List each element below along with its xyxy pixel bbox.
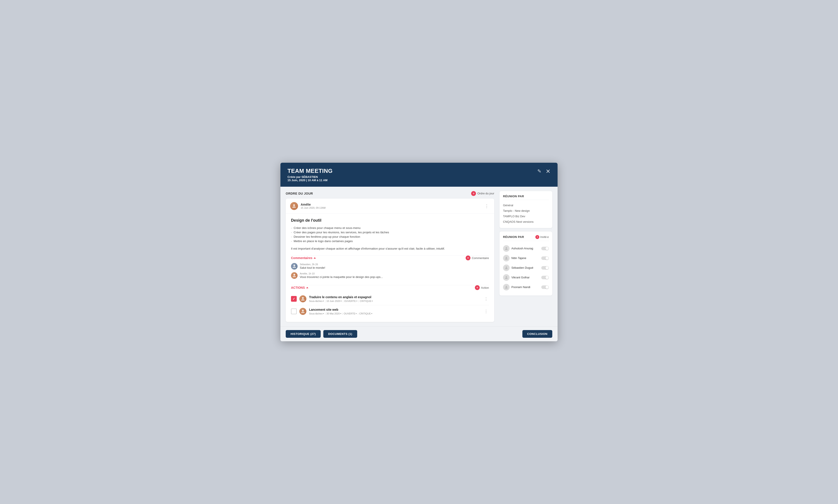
subtasks-chevron-2: ▾ xyxy=(323,312,324,315)
sidebar: RÉUNION PAR Général Tamplo - New design … xyxy=(499,191,552,322)
add-action-button[interactable]: + Action xyxy=(475,285,489,290)
comment-content-1: Sébastien, 3h 26 Salut tout le monde! xyxy=(300,263,325,269)
invite-plus-icon: + xyxy=(535,235,539,239)
meeting-date: 15 Juin, 2020 xyxy=(287,179,305,182)
header-actions: ✎ ✕ xyxy=(537,168,551,174)
action-avatar-2 xyxy=(299,308,306,315)
historique-button[interactable]: HISTORIQUE (27) xyxy=(286,330,321,338)
meeting-time: 10 AM à 11 AM xyxy=(308,179,327,182)
comments-header: Commentaires + Commentaire xyxy=(291,255,489,260)
action-status-btn-1[interactable]: OUVERTE ▾ xyxy=(344,300,357,302)
member-toggle-1[interactable] xyxy=(541,247,549,250)
modal-title: TEAM MEETING xyxy=(287,167,333,174)
actions-toggle-button[interactable]: ACTIONS xyxy=(291,286,308,289)
edit-button[interactable]: ✎ xyxy=(537,169,541,174)
member-row-5: Poonam Nandi xyxy=(503,282,549,292)
agenda-user: Amélie 15 Juin 2020, 09:13AM xyxy=(290,202,325,210)
agenda-section-header: ORDRE DU JOUR + Ordre du jour xyxy=(286,191,494,196)
member-row-3: Sébastien Dugué xyxy=(503,263,549,273)
member-avatar-2 xyxy=(503,255,510,262)
comment-content-2: Amélie, 1h 10 Vous trouverez ci-jointe l… xyxy=(300,272,383,278)
action-item-1: Traduire le contenu en anglais et espagn… xyxy=(291,293,489,305)
subtasks-chevron-1: ▾ xyxy=(323,300,324,302)
svg-point-6 xyxy=(506,257,507,258)
member-info-5: Poonam Nandi xyxy=(503,284,530,290)
member-avatar-1 xyxy=(503,245,510,252)
action-options-btn-1[interactable]: ⋮ xyxy=(483,296,489,302)
modal-footer: HISTORIQUE (27) DOCUMENTS (1) CONCLUSION xyxy=(281,326,557,341)
action-priority-btn-1[interactable]: CRITIQUE ▾ xyxy=(360,300,373,302)
agenda-user-info: Amélie 15 Juin 2020, 09:13AM xyxy=(301,203,325,209)
modal-body: ORDRE DU JOUR + Ordre du jour xyxy=(281,187,557,326)
footer-left: HISTORIQUE (27) DOCUMENTS (1) xyxy=(286,330,357,338)
member-name-1: Ashutosh Anurag xyxy=(511,247,533,250)
agenda-card-header: Amélie 15 Juin 2020, 09:13AM ⋮ xyxy=(286,199,494,214)
reunion-item-3[interactable]: TAMPLO Biz Dev xyxy=(503,214,549,219)
add-comment-label: Commentaire xyxy=(472,256,489,260)
member-avatar-3 xyxy=(503,265,510,271)
member-toggle-2[interactable] xyxy=(541,256,549,260)
action-subtasks-btn-1[interactable]: Sous-tâches ▾ xyxy=(309,300,324,302)
bullet-3: Dessiner les fenêtres pop-up pour chaque… xyxy=(291,235,489,238)
action-item-2: Lancement site web Sous-tâches ▾ | 30 Ma… xyxy=(291,305,489,318)
bullet-4: Mettre en place le logo dans certaines p… xyxy=(291,239,489,243)
comment-item-2: Amélie, 1h 10 Vous trouverez ci-jointe l… xyxy=(291,272,489,279)
documents-button[interactable]: DOCUMENTS (1) xyxy=(323,330,357,338)
member-toggle-3[interactable] xyxy=(541,266,549,270)
close-button[interactable]: ✕ xyxy=(546,168,551,174)
agenda-options-button[interactable]: ⋮ xyxy=(484,203,490,209)
modal-header: TEAM MEETING Créée par SÉBASTIEN 15 Juin… xyxy=(281,163,557,187)
member-name-4: Vikrant Golhar xyxy=(511,276,530,279)
actions-section: ACTIONS + Action xyxy=(286,285,494,322)
reunion-item-4[interactable]: CNQAOS Next versions xyxy=(503,219,549,224)
member-info-1: Ashutosh Anurag xyxy=(503,245,533,252)
action-checkbox-2[interactable] xyxy=(291,308,297,314)
member-toggle-4[interactable] xyxy=(541,276,549,279)
agenda-card-body: Design de l'outil Créer des icônes pour … xyxy=(286,214,494,255)
add-comment-plus-icon: + xyxy=(466,255,470,260)
add-agenda-plus-icon: + xyxy=(471,191,476,196)
member-row-2: Nitin Tajane xyxy=(503,253,549,263)
action-avatar-1 xyxy=(299,295,306,302)
invite-button[interactable]: + Invité·e xyxy=(535,235,549,239)
add-agenda-button[interactable]: + Ordre du jour xyxy=(471,191,494,196)
action-options-btn-2[interactable]: ⋮ xyxy=(483,308,489,314)
comment-text-2: Vous trouverez ci-jointe la maquette pou… xyxy=(300,275,383,278)
agenda-user-date: 15 Juin 2020, 09:13AM xyxy=(301,206,325,209)
reunion-item-2[interactable]: Tamplo - New design xyxy=(503,208,549,214)
action-subtasks-btn-2[interactable]: Sous-tâches ▾ xyxy=(309,312,324,315)
bullet-1: Créer des icônes pour chaque menu et sou… xyxy=(291,226,489,230)
actions-header: ACTIONS + Action xyxy=(291,285,489,290)
action-info-2: Lancement site web Sous-tâches ▾ | 30 Ma… xyxy=(309,308,481,315)
action-status-btn-2[interactable]: OUVERTE ▾ xyxy=(343,312,357,315)
action-checkbox-1[interactable] xyxy=(291,296,297,302)
member-row-1: Ashutosh Anurag xyxy=(503,244,549,253)
sidebar-members-title: RÉUNION PAR xyxy=(503,235,524,239)
date-chevron-2: ▾ xyxy=(340,312,341,315)
comment-avatar-sebastien xyxy=(291,263,298,270)
agenda-item-title: Design de l'outil xyxy=(291,218,489,223)
svg-point-9 xyxy=(506,286,507,287)
priority-chevron-1: ▾ xyxy=(372,300,373,302)
reunion-item-1[interactable]: Général xyxy=(503,202,549,208)
member-toggle-5[interactable] xyxy=(541,285,549,289)
action-priority-btn-2[interactable]: CRITIQUE ▾ xyxy=(359,312,372,315)
comments-chevron-icon xyxy=(314,257,316,258)
action-info-1: Traduire le contenu en anglais et espagn… xyxy=(309,295,481,302)
conclusion-button[interactable]: CONCLUSION xyxy=(522,330,552,338)
comment-time-1: 3h 26 xyxy=(312,263,318,266)
comments-toggle-button[interactable]: Commentaires xyxy=(291,256,316,260)
add-comment-button[interactable]: + Commentaire xyxy=(466,255,489,260)
agenda-description: Il est important d'analyser chaque actio… xyxy=(291,246,489,251)
add-agenda-label: Ordre du jour xyxy=(477,192,494,195)
sidebar-reunion-par-title: RÉUNION PAR xyxy=(503,195,549,200)
action-date-btn-2[interactable]: 30 Mai 2020 ▾ xyxy=(326,312,341,315)
agenda-section-title: ORDRE DU JOUR xyxy=(286,192,313,195)
svg-point-3 xyxy=(302,297,304,299)
svg-point-1 xyxy=(293,265,295,266)
add-action-plus-icon: + xyxy=(475,285,480,290)
action-date-btn-1[interactable]: 10 Juin 2020 ▾ xyxy=(326,300,342,302)
member-name-3: Sébastien Dugué xyxy=(511,266,533,269)
svg-point-0 xyxy=(293,204,295,206)
created-by-name: SÉBASTIEN xyxy=(302,175,318,179)
